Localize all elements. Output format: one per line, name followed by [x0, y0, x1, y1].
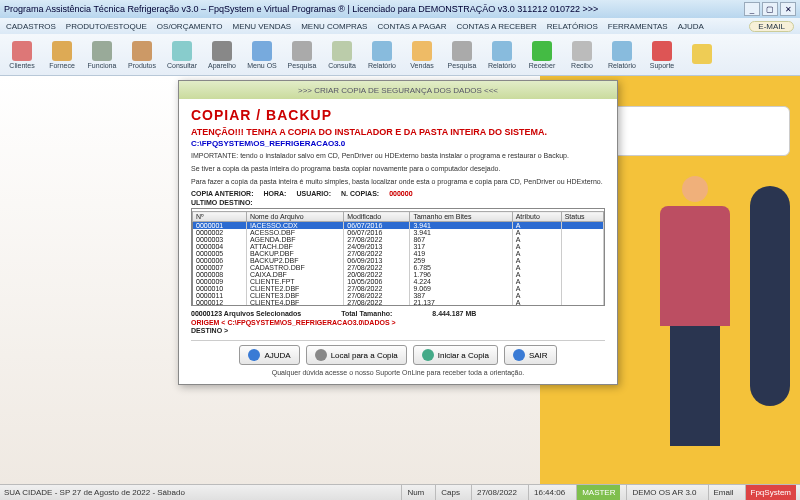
- origem-path: C:\FPQSYSTEM\OS_REFRIGERACAO3.0\DADOS: [227, 319, 389, 326]
- toolbar-produtos[interactable]: Produtos: [124, 36, 160, 74]
- col-header[interactable]: Nome do Arquivo: [246, 212, 343, 222]
- toolbar-consultar[interactable]: Consultar: [164, 36, 200, 74]
- status-email[interactable]: Email: [708, 485, 739, 500]
- toolbar-recibo[interactable]: Recibo: [564, 36, 600, 74]
- toolbar-icon: [332, 41, 352, 61]
- toolbar-fornece[interactable]: Fornece: [44, 36, 80, 74]
- toolbar-icon: [92, 41, 112, 61]
- table-row[interactable]: 0000007CADASTRO.DBF27/08/20226.785A: [193, 264, 604, 271]
- table-row[interactable]: 0000012CLIENTE4.DBF27/08/202221.137A: [193, 299, 604, 306]
- toolbar-vendas[interactable]: Vendas: [404, 36, 440, 74]
- toolbar-receber[interactable]: Receber: [524, 36, 560, 74]
- col-header[interactable]: Nº: [193, 212, 247, 222]
- toolbar-btn17[interactable]: [684, 36, 720, 74]
- toolbar-icon: [412, 41, 432, 61]
- toolbar-icon: [652, 41, 672, 61]
- table-row[interactable]: 0000002ACESSO.DBF06/07/20163.941A: [193, 229, 604, 236]
- status-num: Num: [401, 485, 429, 500]
- dialog-footer-note: Qualquer dúvida acesse o nosso Suporte O…: [191, 369, 605, 376]
- toolbar-label: Suporte: [650, 62, 675, 69]
- toolbar-clientes[interactable]: Clientes: [4, 36, 40, 74]
- toolbar-label: Menu OS: [247, 62, 277, 69]
- menu-compras[interactable]: MENU COMPRAS: [301, 22, 367, 31]
- minimize-button[interactable]: _: [744, 2, 760, 16]
- files-table-wrap[interactable]: NºNome do ArquivoModificadoTamanho em Bi…: [191, 208, 605, 306]
- menu-os[interactable]: OS/ORÇAMENTO: [157, 22, 223, 31]
- menu-cadastros[interactable]: CADASTROS: [6, 22, 56, 31]
- selected-count: 00000123 Arquivos Selecionados: [191, 310, 301, 317]
- col-header[interactable]: Tamanho em Bites: [410, 212, 512, 222]
- app-title: Programa Assistência Técnica Refrigeraçã…: [4, 4, 598, 14]
- toolbar-label: Recibo: [571, 62, 593, 69]
- exit-icon: [513, 349, 525, 361]
- menu-pagar[interactable]: CONTAS A PAGAR: [377, 22, 446, 31]
- table-row[interactable]: 0000001!ACESSO.CDX06/07/20163.941A: [193, 222, 604, 230]
- close-button[interactable]: ✕: [780, 2, 796, 16]
- backup-dialog: >>> CRIAR COPIA DE SEGURANÇA DOS DADOS <…: [178, 80, 618, 385]
- menu-ferramentas[interactable]: FERRAMENTAS: [608, 22, 668, 31]
- table-row[interactable]: 0000006BACKUP2.DBF06/09/2013259A: [193, 257, 604, 264]
- toolbar-relatório[interactable]: Relatório: [484, 36, 520, 74]
- label-ncopias: N. COPIAS:: [341, 190, 379, 197]
- statusbar: SUA CIDADE - SP 27 de Agosto de 2022 - S…: [0, 484, 800, 500]
- toolbar-pesquisa[interactable]: Pesquisa: [444, 36, 480, 74]
- total-size-value: 8.444.187 MB: [432, 310, 476, 317]
- col-header[interactable]: Modificado: [344, 212, 410, 222]
- toolbar-icon: [452, 41, 472, 61]
- install-path: C:\FPQSYSTEM\OS_REFRIGERACAO3.0: [191, 139, 605, 148]
- toolbar-suporte[interactable]: Suporte: [644, 36, 680, 74]
- maximize-button[interactable]: ▢: [762, 2, 778, 16]
- toolbar-icon: [692, 44, 712, 64]
- origem-label: ORIGEM <: [191, 319, 225, 326]
- ajuda-button[interactable]: AJUDA: [239, 345, 299, 365]
- toolbar-label: Pesquisa: [448, 62, 477, 69]
- status-date: 27/08/2022: [471, 485, 522, 500]
- toolbar-relatório[interactable]: Relatório: [364, 36, 400, 74]
- toolbar-menu os[interactable]: Menu OS: [244, 36, 280, 74]
- dialog-titlebar[interactable]: >>> CRIAR COPIA DE SEGURANÇA DOS DADOS <…: [179, 81, 617, 99]
- table-row[interactable]: 0000003AGENDA.DBF27/08/2022867A: [193, 236, 604, 243]
- local-copia-button[interactable]: Local para a Copia: [306, 345, 407, 365]
- toolbar-label: Aparelho: [208, 62, 236, 69]
- toolbar-consulta[interactable]: Consulta: [324, 36, 360, 74]
- note-line: IMPORTANTE: tendo o instalador salvo em …: [191, 152, 605, 161]
- menubar: CADASTROS PRODUTO/ESTOQUE OS/ORÇAMENTO M…: [0, 18, 800, 34]
- table-row[interactable]: 0000005BACKUP.DBF27/08/2022419A: [193, 250, 604, 257]
- dialog-heading: COPIAR / BACKUP: [191, 107, 605, 123]
- toolbar-pesquisa[interactable]: Pesquisa: [284, 36, 320, 74]
- toolbar-label: Receber: [529, 62, 555, 69]
- status-master: MASTER: [576, 485, 620, 500]
- col-header[interactable]: Status: [561, 212, 603, 222]
- iniciar-copia-button[interactable]: Iniciar a Copia: [413, 345, 498, 365]
- note-line: Para fazer a copia da pasta inteira é mu…: [191, 178, 605, 187]
- toolbar-funciona[interactable]: Funciona: [84, 36, 120, 74]
- destino-label: DESTINO >: [191, 327, 228, 334]
- table-row[interactable]: 0000004ATTACH.DBF24/09/2013317A: [193, 243, 604, 250]
- toolbar-relatório[interactable]: Relatório: [604, 36, 640, 74]
- menu-relatorios[interactable]: RELATÓRIOS: [547, 22, 598, 31]
- menu-receber[interactable]: CONTAS A RECEBER: [456, 22, 536, 31]
- status-demo: DEMO OS AR 3.0: [626, 485, 701, 500]
- content-area: >>> CRIAR COPIA DE SEGURANÇA DOS DADOS <…: [0, 76, 800, 484]
- check-icon: [422, 349, 434, 361]
- status-fpq[interactable]: FpqSystem: [745, 485, 796, 500]
- toolbar-icon: [132, 41, 152, 61]
- menu-ajuda[interactable]: AJUDA: [678, 22, 704, 31]
- sair-button[interactable]: SAIR: [504, 345, 557, 365]
- toolbar-label: Produtos: [128, 62, 156, 69]
- toolbar-icon: [492, 41, 512, 61]
- table-row[interactable]: 0000010CLIENTE2.DBF27/08/20229.069A: [193, 285, 604, 292]
- toolbar-icon: [612, 41, 632, 61]
- label-usuario: USUARIO:: [296, 190, 331, 197]
- toolbar-aparelho[interactable]: Aparelho: [204, 36, 240, 74]
- col-header[interactable]: Atributo: [512, 212, 561, 222]
- toolbar-label: Relatório: [368, 62, 396, 69]
- note-line: Se tiver a copia da pasta inteira do pro…: [191, 165, 605, 174]
- menu-produto[interactable]: PRODUTO/ESTOQUE: [66, 22, 147, 31]
- table-row[interactable]: 0000008CAIXA.DBF20/08/20221.796A: [193, 271, 604, 278]
- label-ultimo-destino: ULTIMO DESTINO:: [191, 199, 253, 206]
- menu-vendas[interactable]: MENU VENDAS: [233, 22, 292, 31]
- table-row[interactable]: 0000009CLIENTE.FPT10/05/20064.224A: [193, 278, 604, 285]
- table-row[interactable]: 0000011CLIENTE3.DBF27/08/2022387A: [193, 292, 604, 299]
- email-button[interactable]: E-MAIL: [749, 21, 794, 32]
